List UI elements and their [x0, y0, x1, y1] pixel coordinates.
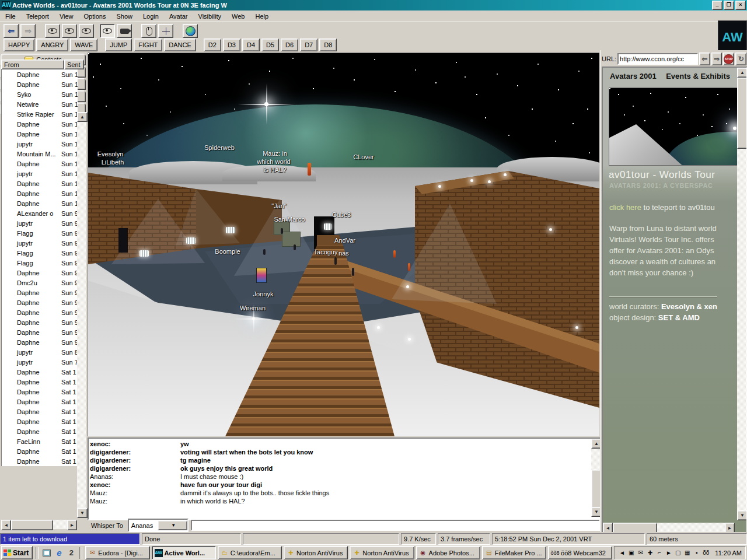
chevron-down-icon[interactable]: ▼ [158, 520, 187, 530]
table-row[interactable]: FlaggSun 9 [2, 258, 78, 268]
menu-item-web[interactable]: Web [226, 12, 250, 21]
close-button[interactable]: × [735, 1, 746, 10]
avatar-figure[interactable] [334, 257, 337, 265]
emote-button-d6[interactable]: D6 [281, 38, 298, 51]
table-row[interactable]: DaphneSun 1 [2, 119, 78, 129]
whisper-target-combo[interactable]: Ananas ▼ [128, 519, 189, 532]
avatar-figure[interactable] [408, 263, 410, 271]
table-row[interactable]: DaphneSat 1 [2, 387, 78, 397]
table-row[interactable]: DaphneSun 1 [2, 198, 78, 208]
scroll-right-icon[interactable]: ► [67, 520, 77, 530]
table-row[interactable]: jupytrSun 9 [2, 218, 78, 228]
mail-tray-icon[interactable]: ✉ [637, 549, 644, 556]
browser-refresh-button[interactable]: ↻ [735, 52, 746, 65]
click-here-link[interactable]: click here [609, 203, 641, 212]
quicklaunch-desktop-icon[interactable] [41, 548, 52, 558]
menu-item-help[interactable]: Help [250, 12, 274, 21]
table-row[interactable]: jupytrSun 8 [2, 347, 78, 357]
menu-item-login[interactable]: Login [138, 12, 164, 21]
table-row[interactable]: DaphneSun 1 [2, 79, 78, 89]
table-row[interactable]: DaphneSun 9 [2, 327, 78, 337]
table-row[interactable]: DaphneSat 1 [2, 456, 78, 466]
antivirus-tray-icon[interactable]: ✚ [646, 549, 654, 556]
table-row[interactable]: jupytrSun 7 [2, 357, 78, 367]
pc-tray-icon[interactable]: ▪ [693, 549, 700, 556]
table-row[interactable]: DaphneSun 9 [2, 268, 78, 278]
table-row[interactable]: DaphneSun 9 [2, 298, 78, 307]
task-button-4[interactable]: ✚Norton AntiVirus [350, 546, 414, 559]
scroll-up-icon[interactable]: ▲ [737, 68, 747, 78]
table-row[interactable]: DaphneSun 9 [2, 307, 78, 317]
menu-item-options[interactable]: Options [79, 12, 111, 21]
emote-button-d3[interactable]: D3 [223, 38, 240, 51]
title-bar[interactable]: AW Active Worlds - av01tour - Avatars 20… [0, 0, 747, 10]
move-mode-button[interactable] [158, 24, 173, 38]
minimize-button[interactable]: _ [712, 1, 722, 10]
table-row[interactable]: ALexander oSun 9 [2, 208, 78, 218]
avatar-figure[interactable] [263, 249, 266, 255]
task-button-3[interactable]: ✚Norton AntiVirus [284, 546, 348, 559]
task-button-0[interactable]: ✉Eudora - [Digi... [85, 546, 149, 559]
table-row[interactable]: FlaggSun 9 [2, 248, 78, 258]
avatar-figure[interactable] [308, 163, 311, 176]
chat-scrollbar[interactable]: ▲ ▼ [591, 439, 601, 517]
emote-button-angry[interactable]: ANGRY [36, 38, 68, 51]
keys-tray-icon[interactable]: ⌐ [655, 549, 663, 556]
table-row[interactable]: jupytrSun 1 [2, 169, 78, 178]
browser-back-button[interactable]: ⇐ [699, 52, 710, 65]
page-vscrollbar[interactable]: ▲ ▼ [737, 68, 746, 520]
menu-item-show[interactable]: Show [111, 12, 138, 21]
table-row[interactable]: DaphneSun 9 [2, 288, 78, 298]
emote-button-jump[interactable]: JUMP [105, 38, 132, 51]
mouse-mode-button[interactable] [141, 24, 156, 38]
emote-button-dance[interactable]: DANCE [164, 38, 196, 51]
emote-button-d8[interactable]: D8 [319, 38, 337, 51]
mouse-tray-icon[interactable]: ▢ [674, 549, 682, 556]
emote-button-fight[interactable]: FIGHT [134, 38, 162, 51]
emote-button-d5[interactable]: D5 [261, 38, 279, 51]
table-row[interactable]: DaphneSun 9 [2, 337, 78, 347]
back-button[interactable]: ⇐ [4, 24, 19, 38]
table-row[interactable]: SykoSun 1 [2, 89, 78, 99]
task-button-5[interactable]: ◉Adobe Photos... [416, 546, 480, 559]
avatar-figure[interactable] [352, 268, 354, 276]
hscroll-thumb[interactable] [11, 520, 53, 530]
volume-tray-icon[interactable]: ◄ [618, 549, 626, 556]
table-row[interactable]: Dmc2uSun 9 [2, 278, 78, 288]
table-row[interactable]: FaeLinnSat 1 [2, 436, 78, 446]
table-row[interactable]: FlaggSun 9 [2, 228, 78, 238]
table-row[interactable]: jupytrSun 9 [2, 238, 78, 248]
start-button[interactable]: Start [1, 546, 33, 559]
web-button[interactable] [183, 24, 198, 38]
column-header-sent[interactable]: Sent [64, 60, 84, 69]
menu-item-teleport[interactable]: Teleport [21, 12, 54, 21]
scroll-up-icon[interactable]: ▲ [77, 112, 88, 122]
table-row[interactable]: DaphneSat 1 [2, 377, 78, 387]
table-row[interactable]: DaphneSun 1 [2, 188, 78, 198]
package-tray-icon[interactable]: ▣ [627, 549, 635, 556]
forward-button[interactable]: ⇒ [20, 24, 36, 38]
table-row[interactable]: DaphneSat 1 [2, 397, 78, 407]
table-row[interactable]: jupytrSun 1 [2, 139, 78, 149]
scroll-down-icon[interactable]: ▼ [77, 508, 88, 518]
telegram-scrollbar[interactable]: ▲ [77, 112, 86, 517]
avatar-figure[interactable] [281, 228, 283, 234]
pointer-tray-icon[interactable]: ► [665, 549, 672, 556]
scroll-down-icon[interactable]: ▼ [737, 510, 747, 520]
avatar-figure[interactable] [393, 250, 396, 258]
table-row[interactable]: DaphneSun 9 [2, 317, 78, 327]
webcam-tray-icon[interactable]: õõ [702, 549, 710, 556]
camera-mode-button[interactable] [117, 24, 132, 38]
table-row[interactable]: DaphneSat 1 [2, 407, 78, 416]
browser-forward-button[interactable]: ⇒ [711, 52, 722, 65]
task-button-6[interactable]: ▤FileMaker Pro ... [482, 546, 546, 559]
table-row[interactable]: DaphneSat 1 [2, 426, 78, 436]
menu-item-view[interactable]: View [54, 12, 79, 21]
third-person-view-button[interactable] [62, 24, 77, 38]
emote-button-d7[interactable]: D7 [300, 38, 317, 51]
menu-item-visibility[interactable]: Visibility [193, 12, 227, 21]
page-scroll-thumb[interactable] [737, 78, 747, 149]
table-row[interactable]: DaphneSun 1 [2, 159, 78, 169]
eye-mode-button[interactable] [100, 24, 115, 38]
scroll-left-icon[interactable]: ◄ [1, 520, 11, 530]
